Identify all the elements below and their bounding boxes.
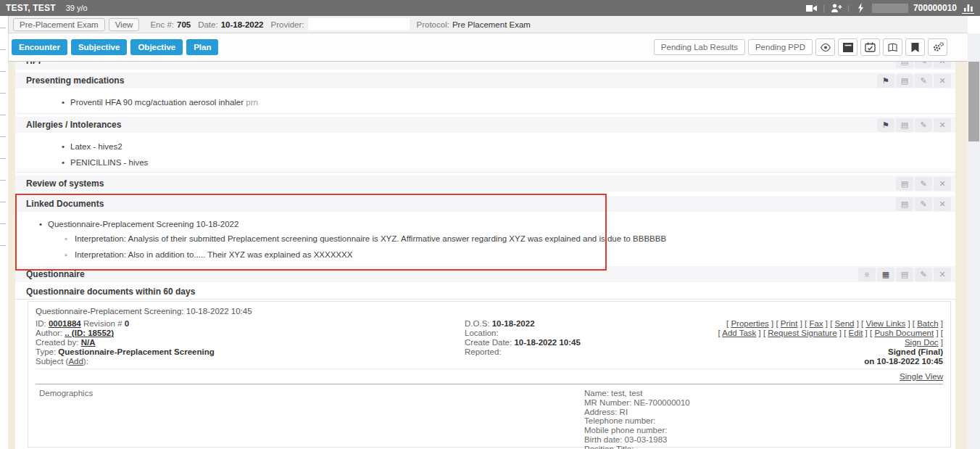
video-camera-icon[interactable]	[805, 3, 818, 14]
demographic-line: Birth date: 03-03-1983	[584, 435, 690, 445]
date-label: Date:	[198, 20, 218, 29]
enc-number-value: 705	[177, 20, 191, 29]
section-header-review-of-systems[interactable]: Review of systems	[15, 176, 955, 191]
exam-type-button[interactable]: Pre-Placement Exam	[13, 18, 105, 31]
view-links-link[interactable]: View Links	[865, 319, 905, 328]
calendar-check-icon[interactable]	[860, 38, 880, 56]
create-date-label: Create Date:	[465, 338, 512, 347]
interpretation-item: Interpretation: Analysis of their submit…	[15, 231, 955, 247]
author-link[interactable]: .. (ID: 18552)	[65, 329, 114, 337]
document-actions-row2: [ Add Task ] [ Request Signature ] [ Edi…	[704, 329, 943, 347]
nav-objective-button[interactable]: Objective	[130, 39, 183, 55]
edit-link[interactable]: Edit	[849, 329, 863, 337]
batch-link[interactable]: Batch	[917, 319, 938, 328]
edit-icon[interactable]	[915, 74, 932, 88]
add-task-link[interactable]: Add Task	[722, 329, 756, 337]
bookmark-icon[interactable]	[877, 118, 894, 132]
created-by-link[interactable]: N/A	[81, 338, 96, 347]
vertical-scrollbar[interactable]	[968, 33, 980, 449]
book-icon[interactable]	[896, 268, 913, 281]
properties-link[interactable]: Properties	[731, 319, 768, 328]
nav-plan-button[interactable]: Plan	[186, 39, 218, 55]
close-icon[interactable]	[934, 177, 951, 191]
section-header-allergies[interactable]: Allergies / Intolerances	[15, 117, 955, 133]
subject-label-end: ):	[83, 357, 88, 366]
book-icon[interactable]	[896, 74, 913, 88]
allergy-item: Latex - hives2	[15, 139, 955, 155]
medication-item: Proventil HFA 90 mcg/actuation aerosol i…	[15, 97, 955, 108]
type-label: Type:	[36, 347, 56, 356]
edit-icon[interactable]	[915, 268, 932, 281]
section-header-questionnaire[interactable]: Questionnaire	[15, 266, 955, 282]
settings-gears-icon[interactable]	[928, 38, 947, 56]
book-icon[interactable]	[896, 118, 913, 132]
type-value: Questionnaire-Preplacement Screening	[58, 347, 214, 356]
scrollbar-thumb[interactable]	[968, 62, 979, 141]
dos-label: D.O.S:	[465, 319, 490, 328]
edit-icon[interactable]	[915, 197, 932, 211]
section-header-presenting-medications[interactable]: Presenting medications	[15, 73, 955, 88]
book-icon[interactable]	[896, 197, 913, 211]
close-icon[interactable]	[934, 118, 951, 132]
right-margin-strip	[955, 62, 968, 449]
ehr-encounter-page: TEST, TEST 39 y/o | | 700000010 Pre-Plac…	[0, 0, 980, 449]
edit-icon[interactable]	[915, 118, 932, 132]
document-actions-row1: [ Properties ] [ Print ] [ Fax ] [ Send …	[704, 319, 943, 329]
left-gutter	[0, 16, 8, 449]
bookmark-icon[interactable]	[877, 74, 894, 88]
document-details-left: ID: 0001884 Revision # 0 Author: .. (ID:…	[36, 319, 465, 366]
divider	[36, 384, 943, 384]
titlebar-divider: |	[823, 4, 825, 12]
section-title-hpi: HPI	[26, 62, 41, 66]
section-header-linked-documents[interactable]: Linked Documents	[15, 196, 955, 212]
fax-link[interactable]: Fax	[809, 319, 823, 328]
sign-doc-link[interactable]: Sign Doc	[905, 338, 939, 347]
send-link[interactable]: Send	[835, 319, 855, 328]
document-id-link[interactable]: 0001884	[49, 319, 81, 328]
created-by-label: Created by:	[36, 338, 78, 347]
close-icon[interactable]	[934, 62, 951, 68]
edit-icon[interactable]	[915, 177, 932, 191]
book-icon[interactable]	[896, 177, 913, 191]
close-icon[interactable]	[934, 197, 951, 211]
encounter-note-content: HPI Presenting medications Proventil HFA	[15, 62, 955, 449]
revision-value: 0	[125, 319, 129, 328]
provider-label: Provider:	[271, 20, 304, 29]
book-icon[interactable]	[896, 62, 913, 68]
provider-input[interactable]	[308, 18, 410, 30]
push-document-link[interactable]: Push Document	[874, 329, 934, 337]
dos-value: 10-18-2022	[492, 319, 535, 328]
view-button[interactable]: View	[109, 18, 140, 31]
protocol-value: Pre Placement Exam	[452, 20, 531, 29]
book-icon[interactable]	[883, 38, 902, 56]
close-icon[interactable]	[934, 74, 951, 88]
demographic-line: MR Number: NE-700000010	[584, 398, 690, 408]
nav-subjective-button[interactable]: Subjective	[71, 39, 128, 55]
edit-icon[interactable]	[915, 62, 932, 68]
pending-lab-results-button[interactable]: Pending Lab Results	[654, 39, 745, 55]
nav-encounter-button[interactable]: Encounter	[12, 39, 67, 55]
print-link[interactable]: Print	[781, 319, 798, 328]
demographic-line: Telephone number:	[584, 416, 690, 426]
archive-box-icon[interactable]	[838, 38, 858, 56]
request-signature-link[interactable]: Request Signature	[768, 329, 836, 337]
section-hpi-clipped[interactable]: HPI	[15, 62, 955, 70]
list-view-icon[interactable]	[858, 268, 876, 281]
close-icon[interactable]	[934, 268, 951, 281]
subject-add-link[interactable]: Add	[68, 357, 83, 366]
add-person-icon[interactable]	[830, 3, 842, 14]
subject-label: Subject (	[36, 357, 68, 366]
masked-value	[872, 4, 908, 13]
single-view-link[interactable]: Single View	[900, 372, 943, 381]
chart-icon[interactable]	[962, 3, 974, 14]
eye-icon[interactable]	[815, 38, 835, 56]
titlebar-divider: |	[847, 4, 850, 12]
main-toolbar: Encounter Subjective Objective Plan Pend…	[8, 33, 968, 62]
pending-ppd-button[interactable]: Pending PPD	[748, 39, 813, 55]
lightning-icon[interactable]	[855, 3, 867, 14]
grid-view-icon[interactable]	[877, 268, 894, 281]
demographic-line: Name: test, test	[584, 389, 690, 398]
location-label: Location:	[465, 329, 499, 337]
bookmark-icon[interactable]	[905, 38, 925, 56]
section-title: Allergies / Intolerances	[26, 120, 121, 130]
